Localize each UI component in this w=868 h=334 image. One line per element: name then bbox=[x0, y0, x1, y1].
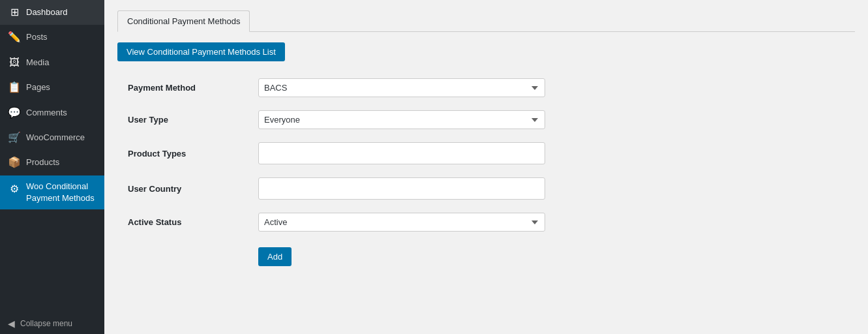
comments-icon: 💬 bbox=[8, 106, 21, 120]
form-row-user-type: User Type Everyone Logged In Logged Out bbox=[117, 104, 855, 136]
sidebar: ⊞ Dashboard ✏️ Posts 🖼 Media 📋 Pages 💬 C… bbox=[0, 0, 104, 334]
sidebar-item-label: Media bbox=[26, 57, 97, 68]
collapse-icon: ◀ bbox=[8, 318, 15, 329]
sidebar-item-comments[interactable]: 💬 Comments bbox=[0, 100, 104, 125]
product-types-input[interactable] bbox=[258, 142, 545, 164]
sidebar-item-label: Posts bbox=[26, 31, 97, 43]
sidebar-item-woocommerce[interactable]: 🛒 WooCommerce bbox=[0, 125, 104, 150]
form-row-payment-method: Payment Method BACS PayPal Stripe Cash o… bbox=[117, 72, 855, 104]
sidebar-item-label: Dashboard bbox=[26, 7, 97, 18]
posts-icon: ✏️ bbox=[8, 30, 21, 44]
sidebar-item-dashboard[interactable]: ⊞ Dashboard bbox=[0, 0, 104, 25]
pages-icon: 📋 bbox=[8, 80, 21, 95]
tab-bar: Conditional Payment Methods bbox=[117, 10, 855, 32]
woo-conditional-icon: ⚙ bbox=[8, 182, 21, 196]
add-button[interactable]: Add bbox=[258, 247, 292, 266]
product-types-label: Product Types bbox=[128, 149, 186, 159]
view-list-button[interactable]: View Conditional Payment Methods List bbox=[117, 42, 285, 61]
sidebar-item-pages[interactable]: 📋 Pages bbox=[0, 75, 104, 100]
sidebar-item-products[interactable]: 📦 Products bbox=[0, 150, 104, 175]
sidebar-item-label: WooCommerce bbox=[26, 132, 97, 144]
active-status-select[interactable]: Active Inactive bbox=[258, 213, 545, 232]
sidebar-item-woo-conditional[interactable]: ⚙ Woo Conditional Payment Methods bbox=[0, 175, 104, 209]
media-icon: 🖼 bbox=[8, 55, 21, 70]
tab-conditional-payment-methods[interactable]: Conditional Payment Methods bbox=[117, 10, 250, 32]
user-type-select[interactable]: Everyone Logged In Logged Out bbox=[258, 110, 545, 129]
sidebar-item-label: Woo Conditional Payment Methods bbox=[26, 181, 97, 204]
active-status-label: Active Status bbox=[128, 217, 181, 227]
sidebar-item-media[interactable]: 🖼 Media bbox=[0, 50, 104, 75]
sidebar-item-label: Comments bbox=[26, 107, 97, 119]
woocommerce-icon: 🛒 bbox=[8, 130, 21, 145]
dashboard-icon: ⊞ bbox=[8, 5, 21, 20]
sidebar-item-posts[interactable]: ✏️ Posts bbox=[0, 25, 104, 50]
payment-method-select[interactable]: BACS PayPal Stripe Cash on Delivery bbox=[258, 78, 545, 97]
user-country-input[interactable] bbox=[258, 177, 545, 200]
form-table: Payment Method BACS PayPal Stripe Cash o… bbox=[117, 72, 855, 273]
products-icon: 📦 bbox=[8, 155, 21, 170]
form-row-product-types: Product Types bbox=[117, 136, 855, 171]
main-content: Conditional Payment Methods View Conditi… bbox=[104, 0, 868, 334]
user-country-label: User Country bbox=[128, 184, 181, 194]
sidebar-item-label: Products bbox=[26, 157, 97, 168]
form-row-add: Add bbox=[117, 238, 855, 273]
collapse-menu[interactable]: ◀ Collapse menu bbox=[0, 313, 104, 334]
collapse-label: Collapse menu bbox=[20, 319, 72, 328]
user-type-label: User Type bbox=[128, 115, 168, 125]
sidebar-item-label: Pages bbox=[26, 82, 97, 93]
form-row-user-country: User Country bbox=[117, 171, 855, 206]
payment-method-label: Payment Method bbox=[128, 83, 196, 93]
form-row-active-status: Active Status Active Inactive bbox=[117, 206, 855, 238]
